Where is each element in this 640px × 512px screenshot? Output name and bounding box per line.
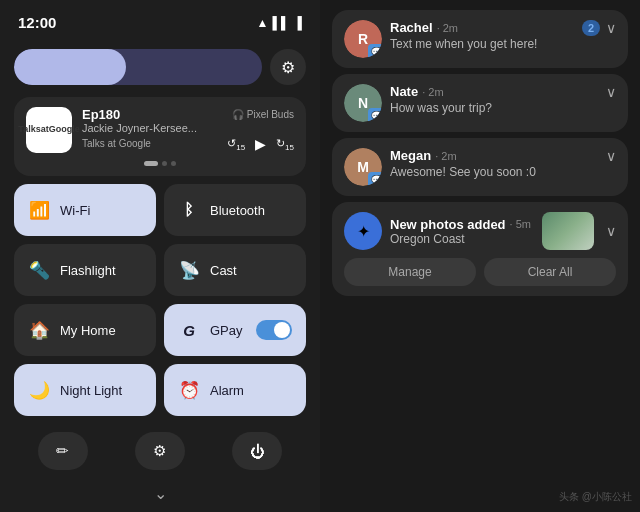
notif-msg-megan: Awesome! See you soon :0: [390, 165, 598, 179]
photos-icon: ✦: [344, 212, 382, 250]
tile-flashlight[interactable]: 🔦 Flashlight: [14, 244, 156, 296]
notif-content-megan: Megan · 2m Awesome! See you soon :0: [390, 148, 598, 179]
brightness-slider[interactable]: [14, 49, 262, 85]
chevron-down-icon: ⌄: [154, 485, 167, 502]
media-logo: Talks at Google: [26, 107, 72, 153]
collapse-button[interactable]: ⌄: [14, 482, 306, 505]
wifi-signal-icon: ▲: [257, 16, 269, 30]
status-icons: ▲ ▌▌ ▐: [257, 16, 302, 30]
notif-name-rachel: Rachel: [390, 20, 433, 35]
media-device: 🎧 Pixel Buds: [232, 109, 294, 120]
notif-msg-nate: How was your trip?: [390, 101, 598, 115]
dot-active: [144, 161, 158, 166]
signal-bars-icon: ▌▌: [272, 16, 289, 30]
expand-nate-button[interactable]: ∨: [606, 84, 616, 100]
media-top: Talks at Google Ep180 🎧 Pixel Buds Jacki…: [26, 107, 294, 153]
photo-star-icon: ✦: [357, 222, 370, 241]
edit-icon: ✏: [56, 442, 69, 460]
tile-alarm[interactable]: ⏰ Alarm: [164, 364, 306, 416]
tile-myhome[interactable]: 🏠 My Home: [14, 304, 156, 356]
notification-megan[interactable]: M 💬 Megan · 2m Awesome! See you soon :0 …: [332, 138, 628, 196]
expand-megan-button[interactable]: ∨: [606, 148, 616, 164]
bottom-bar: ✏ ⚙ ⏻: [14, 424, 306, 474]
message-app-badge: 💬: [368, 44, 382, 58]
quick-settings-button[interactable]: ⚙: [270, 49, 306, 85]
battery-icon: ▐: [293, 16, 302, 30]
dot-2: [171, 161, 176, 166]
media-subtitle: Jackie Joyner-Kersee...: [82, 122, 294, 134]
notif-content-nate: Nate · 2m How was your trip?: [390, 84, 598, 115]
manage-button[interactable]: Manage: [344, 258, 476, 286]
tile-wifi-label: Wi-Fi: [60, 203, 90, 218]
power-button[interactable]: ⏻: [232, 432, 282, 470]
message-app-badge-megan: 💬: [368, 172, 382, 186]
skip-forward-icon: ↻15: [276, 137, 294, 149]
tile-gpay[interactable]: G GPay: [164, 304, 306, 356]
notif-actions-nate: ∨: [606, 84, 616, 100]
dot-1: [162, 161, 167, 166]
clear-all-button[interactable]: Clear All: [484, 258, 616, 286]
notif-header-nate: Nate · 2m: [390, 84, 598, 99]
expand-rachel-button[interactable]: ∨: [606, 20, 616, 36]
skip-back-button[interactable]: ↺15: [227, 134, 245, 152]
alarm-icon: ⏰: [178, 380, 200, 401]
status-bar: 12:00 ▲ ▌▌ ▐: [14, 12, 306, 33]
tile-myhome-label: My Home: [60, 323, 116, 338]
wifi-icon: 📶: [28, 200, 50, 221]
power-icon: ⏻: [250, 443, 265, 460]
photo-notif-time: · 5m: [510, 218, 531, 230]
notification-nate[interactable]: N 💬 Nate · 2m How was your trip? ∨: [332, 74, 628, 132]
tile-nightlight[interactable]: 🌙 Night Light: [14, 364, 156, 416]
tile-bluetooth[interactable]: ᛒ Bluetooth: [164, 184, 306, 236]
brightness-fill: [14, 49, 126, 85]
skip-forward-button[interactable]: ↻15: [276, 134, 294, 152]
tiles-grid: 📶 Wi-Fi ᛒ Bluetooth 🔦 Flashlight 📡 Cast …: [14, 184, 306, 416]
home-icon: 🏠: [28, 320, 50, 341]
skip-back-icon: ↺15: [227, 137, 245, 149]
avatar-megan: M 💬: [344, 148, 382, 186]
notif-actions-megan: ∨: [606, 148, 616, 164]
tile-cast[interactable]: 📡 Cast: [164, 244, 306, 296]
notif-content-rachel: Rachel · 2m Text me when you get here!: [390, 20, 574, 51]
status-time: 12:00: [18, 14, 56, 31]
notif-msg-rachel: Text me when you get here!: [390, 37, 574, 51]
notif-time-rachel: · 2m: [437, 22, 458, 34]
notif-time-megan: · 2m: [435, 150, 456, 162]
notif-actions-rachel: 2 ∨: [582, 20, 616, 36]
media-source: Talks at Google: [82, 138, 151, 149]
tile-cast-label: Cast: [210, 263, 237, 278]
gpay-toggle[interactable]: [256, 320, 292, 340]
media-dots: [26, 161, 294, 166]
edit-button[interactable]: ✏: [38, 432, 88, 470]
tile-bluetooth-label: Bluetooth: [210, 203, 265, 218]
notification-rachel[interactable]: R 💬 Rachel · 2m Text me when you get her…: [332, 10, 628, 68]
media-info: Ep180 🎧 Pixel Buds Jackie Joyner-Kersee.…: [82, 107, 294, 152]
notif-header-megan: Megan · 2m: [390, 148, 598, 163]
watermark: 头条 @小陈公社: [559, 490, 632, 504]
photo-info: New photos added · 5m Oregon Coast: [390, 217, 534, 246]
photo-notif-title: New photos added: [390, 217, 506, 232]
photo-notif-subtitle: Oregon Coast: [390, 232, 534, 246]
media-title: Ep180: [82, 107, 120, 122]
tile-nightlight-label: Night Light: [60, 383, 122, 398]
settings-button[interactable]: ⚙: [135, 432, 185, 470]
flashlight-icon: 🔦: [28, 260, 50, 281]
avatar-rachel: R 💬: [344, 20, 382, 58]
bluetooth-icon: ᛒ: [178, 201, 200, 219]
photo-notif-top: ✦ New photos added · 5m Oregon Coast ∨: [344, 212, 616, 250]
photo-thumbnail: [542, 212, 594, 250]
settings-icon: ⚙: [153, 442, 166, 460]
headphone-icon: 🎧: [232, 109, 244, 120]
notification-photos[interactable]: ✦ New photos added · 5m Oregon Coast ∨ M…: [332, 202, 628, 296]
tile-gpay-label: GPay: [210, 323, 243, 338]
tile-wifi[interactable]: 📶 Wi-Fi: [14, 184, 156, 236]
play-button[interactable]: ▶: [255, 136, 266, 152]
cast-icon: 📡: [178, 260, 200, 281]
notif-name-nate: Nate: [390, 84, 418, 99]
gear-icon: ⚙: [281, 58, 295, 77]
expand-photos-button[interactable]: ∨: [606, 223, 616, 239]
photo-thumb-image: [542, 212, 594, 250]
notif-count-rachel: 2: [582, 20, 600, 36]
right-panel: R 💬 Rachel · 2m Text me when you get her…: [320, 0, 640, 512]
media-card[interactable]: Talks at Google Ep180 🎧 Pixel Buds Jacki…: [14, 97, 306, 176]
